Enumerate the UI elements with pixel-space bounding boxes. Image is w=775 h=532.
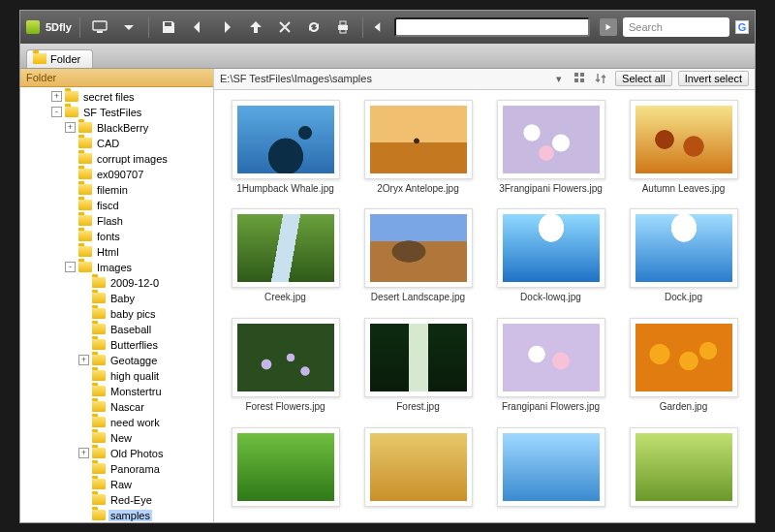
tree-node[interactable]: -SF TestFiles: [24, 105, 213, 120]
tree-node[interactable]: CAD: [24, 136, 213, 151]
select-all-button[interactable]: Select all: [615, 71, 672, 86]
expand-toggle[interactable]: +: [78, 448, 89, 458]
tree-node[interactable]: Html: [24, 244, 213, 260]
tree-node[interactable]: -Images: [24, 260, 213, 275]
folder-icon: [92, 448, 106, 458]
back-icon[interactable]: [186, 16, 209, 39]
view-options-icon[interactable]: [573, 71, 588, 86]
tab-folder[interactable]: Folder: [26, 49, 93, 68]
thumbnail-image: [497, 100, 605, 179]
tree-label: baby pics: [108, 308, 157, 320]
folder-icon: [78, 231, 92, 241]
tree-node[interactable]: ex090707: [24, 167, 213, 182]
thumbnail[interactable]: 1Humpback Whale.jpg: [224, 100, 347, 196]
up-icon[interactable]: [244, 16, 267, 39]
thumbnail[interactable]: Forest.jpg: [356, 318, 480, 414]
svg-rect-7: [574, 78, 578, 82]
thumbnail[interactable]: [224, 427, 347, 513]
delete-icon[interactable]: [273, 16, 296, 39]
expand-toggle[interactable]: +: [51, 91, 62, 102]
thumbnail[interactable]: [489, 427, 612, 513]
tree-node[interactable]: Butterflies: [24, 337, 213, 353]
tree-label: New: [108, 432, 134, 444]
thumbnail[interactable]: Garden.jpg: [622, 318, 745, 414]
thumbnail-caption: Autumn Leaves.jpg: [642, 183, 726, 194]
tree-node[interactable]: +secret files: [24, 89, 213, 105]
thumbnail-caption: Desert Landscape.jpg: [371, 292, 465, 302]
tree-node[interactable]: Monstertru: [24, 384, 213, 399]
expand-toggle[interactable]: +: [78, 355, 89, 365]
thumbnail-image: [364, 100, 473, 179]
save-icon[interactable]: [157, 16, 180, 39]
tree-node[interactable]: need work: [24, 415, 213, 430]
thumbnail-image: [232, 427, 340, 507]
folder-icon: [92, 308, 106, 319]
invert-selection-button[interactable]: Invert select: [678, 71, 749, 86]
thumbnail[interactable]: Dock.jpg: [622, 208, 745, 304]
folder-icon: [92, 510, 106, 520]
expand-toggle[interactable]: -: [65, 262, 76, 272]
thumbnail[interactable]: Dock-lowq.jpg: [489, 208, 612, 304]
go-button[interactable]: [600, 18, 617, 36]
tree-node[interactable]: +Old Photos: [24, 446, 213, 461]
titlebar: 5Dfly Search G: [20, 11, 755, 44]
tree-node[interactable]: fiscd: [24, 198, 213, 213]
tree-label: Geotagge: [108, 355, 159, 366]
app-window: 5Dfly Search G Folder Folder +secret fil…: [19, 10, 756, 523]
expand-toggle[interactable]: -: [51, 107, 62, 117]
folder-icon: [33, 53, 46, 64]
thumbnail[interactable]: Desert Landscape.jpg: [356, 208, 480, 304]
expand-toggle[interactable]: +: [65, 122, 76, 133]
thumbnail[interactable]: [622, 427, 745, 513]
folder-icon: [92, 463, 106, 474]
tree-node[interactable]: +BlackBerry: [24, 120, 213, 136]
forward-icon[interactable]: [215, 16, 238, 39]
folder-icon: [92, 324, 106, 334]
thumbnail[interactable]: Frangipani Flowers.jpg: [489, 318, 612, 414]
tree-node[interactable]: samples: [24, 508, 213, 522]
thumbnail[interactable]: Autumn Leaves.jpg: [622, 100, 745, 196]
tree-node[interactable]: Baseball: [24, 322, 213, 337]
thumbnail-image: [497, 208, 605, 288]
svg-rect-3: [340, 21, 346, 25]
thumbnail[interactable]: 2Oryx Antelope.jpg: [356, 100, 480, 196]
addr-left-icon[interactable]: [371, 16, 385, 39]
sort-icon[interactable]: [594, 71, 609, 86]
search-input[interactable]: Search: [623, 17, 729, 37]
tree-node[interactable]: Red-Eye: [24, 492, 213, 508]
tree-node[interactable]: +Geotagge: [24, 353, 213, 368]
tree-node[interactable]: 2009-12-0: [24, 275, 213, 291]
tree-node[interactable]: baby pics: [24, 306, 213, 322]
refresh-icon[interactable]: [302, 16, 326, 39]
tree-node[interactable]: corrupt images: [24, 151, 213, 167]
tree-node[interactable]: Nascar: [24, 399, 213, 415]
folder-icon: [65, 91, 78, 102]
tree-label: Panorama: [108, 463, 162, 475]
path-bar: E:\SF TestFiles\Images\samples ▾ Select …: [214, 69, 755, 90]
svg-rect-5: [574, 73, 578, 77]
tree-node[interactable]: Panorama: [24, 461, 213, 477]
thumbnail-image: [364, 208, 473, 288]
folder-tree[interactable]: +secret files-SF TestFiles+BlackBerryCAD…: [20, 87, 213, 522]
tree-node[interactable]: Flash: [24, 213, 213, 229]
path-dropdown-icon[interactable]: ▾: [551, 71, 567, 86]
thumbnail-image: [630, 318, 738, 397]
monitor-icon[interactable]: [88, 16, 111, 39]
tree-node[interactable]: New: [24, 430, 213, 446]
thumbnail-image: [497, 427, 605, 507]
tree-node[interactable]: high qualit: [24, 368, 213, 384]
dropdown-icon[interactable]: [117, 16, 140, 39]
tree-node[interactable]: Raw: [24, 477, 213, 492]
tree-node[interactable]: fonts: [24, 229, 213, 244]
tree-label: BlackBerry: [95, 122, 150, 134]
google-icon[interactable]: G: [735, 20, 749, 34]
tree-node[interactable]: Baby: [24, 291, 213, 306]
address-input[interactable]: [394, 17, 590, 37]
tree-node[interactable]: filemin: [24, 182, 213, 198]
thumbnail-grid[interactable]: 1Humpback Whale.jpg2Oryx Antelope.jpg3Fr…: [214, 90, 755, 522]
print-icon[interactable]: [331, 16, 355, 39]
thumbnail[interactable]: [356, 427, 480, 513]
thumbnail[interactable]: 3Frangipani Flowers.jpg: [489, 100, 612, 196]
thumbnail[interactable]: Forest Flowers.jpg: [224, 318, 347, 414]
thumbnail[interactable]: Creek.jpg: [224, 208, 347, 304]
